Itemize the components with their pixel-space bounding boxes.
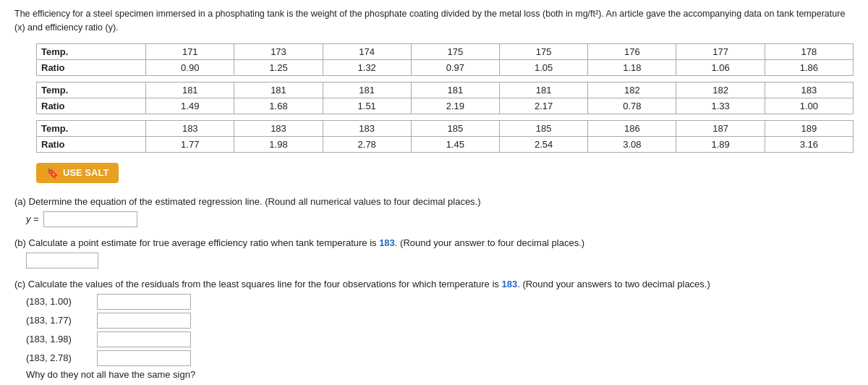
table2-ratio-label: Ratio — [37, 98, 146, 114]
table1-temp-8: 178 — [765, 43, 853, 59]
residual-label-3: (183, 1.98) — [26, 334, 91, 344]
use-salt-button[interactable]: 🔖 USE SALT — [36, 163, 119, 183]
table3-ratio-label: Ratio — [37, 136, 146, 152]
table2-ratio-2: 1.68 — [234, 98, 323, 114]
question-a-body: Determine the equation of the estimated … — [29, 196, 481, 207]
question-b-body: Calculate a point estimate for true aver… — [29, 237, 585, 248]
table3-temp-4: 185 — [411, 120, 499, 136]
table1-temp-1: 171 — [146, 43, 234, 59]
y-equals-label: y = — [26, 213, 39, 224]
residual-row-1: (183, 1.00) — [26, 294, 854, 310]
table2-ratio-8: 1.00 — [765, 98, 853, 114]
table3-temp-7: 187 — [676, 120, 765, 136]
table3-ratio-5: 2.54 — [500, 136, 588, 152]
table2-temp-6: 182 — [588, 82, 676, 98]
table1-temp-label: Temp. — [37, 43, 146, 59]
residual-input-1[interactable] — [97, 294, 191, 310]
table1: Temp. 171 173 174 175 175 176 177 178 Ra… — [36, 43, 854, 76]
table2-ratio-6: 0.78 — [588, 98, 676, 114]
table2-ratio-1: 1.49 — [146, 98, 234, 114]
table3-ratio-7: 1.89 — [676, 136, 765, 152]
question-a: (a) Determine the equation of the estima… — [14, 196, 854, 227]
residual-row-2: (183, 1.77) — [26, 313, 854, 329]
residual-label-1: (183, 1.00) — [26, 296, 91, 307]
question-c-label: (c) — [14, 279, 25, 289]
table3-ratio-3: 2.78 — [323, 136, 411, 152]
table1-ratio-label: Ratio — [37, 59, 146, 75]
table3-ratio-6: 3.08 — [588, 136, 676, 152]
point-estimate-input[interactable] — [26, 253, 98, 268]
regression-equation-input[interactable] — [43, 211, 137, 227]
table1-ratio-7: 1.06 — [676, 59, 765, 75]
question-b-text: (b) Calculate a point estimate for true … — [14, 237, 854, 248]
table3-temp-6: 186 — [588, 120, 676, 136]
table3-temp-8: 189 — [765, 120, 853, 136]
table1-temp-7: 177 — [676, 43, 765, 59]
salt-icon: 🔖 — [46, 167, 59, 179]
question-c-text: (c) Calculate the values of the residual… — [14, 279, 854, 289]
table1-ratio-4: 0.97 — [411, 59, 499, 75]
question-b-label: (b) — [14, 237, 26, 248]
table3-ratio-1: 1.77 — [146, 136, 234, 152]
table2-ratio-5: 2.17 — [500, 98, 588, 114]
table2-ratio-7: 1.33 — [676, 98, 765, 114]
question-c-body: Calculate the values of the residuals fr… — [28, 279, 710, 289]
table1-ratio-3: 1.32 — [323, 59, 411, 75]
table1-ratio-8: 1.86 — [765, 59, 853, 75]
table3-temp-3: 183 — [323, 120, 411, 136]
table2-ratio-4: 2.19 — [411, 98, 499, 114]
residual-row-3: (183, 1.98) — [26, 331, 854, 347]
table2-temp-label: Temp. — [37, 82, 146, 98]
table1-temp-4: 175 — [411, 43, 499, 59]
residual-input-4[interactable] — [97, 350, 191, 366]
table1-ratio-2: 1.25 — [234, 59, 323, 75]
table2-ratio-3: 1.51 — [323, 98, 411, 114]
table1-ratio-6: 1.18 — [588, 59, 676, 75]
question-a-label: (a) — [14, 196, 26, 207]
question-a-input-row: y = — [26, 211, 854, 227]
table3-temp-1: 183 — [146, 120, 234, 136]
question-a-text: (a) Determine the equation of the estima… — [14, 196, 854, 207]
table2-temp-2: 181 — [234, 82, 323, 98]
table1-temp-3: 174 — [323, 43, 411, 59]
table1-temp-2: 173 — [234, 43, 323, 59]
why-same-sign-text: Why do they not all have the same sign? — [26, 369, 854, 380]
table2-temp-4: 181 — [411, 82, 499, 98]
table3-ratio-2: 1.98 — [234, 136, 323, 152]
b-highlight: 183 — [379, 237, 395, 248]
table2-temp-1: 181 — [146, 82, 234, 98]
table2: Temp. 181 181 181 181 181 182 182 183 Ra… — [36, 82, 854, 114]
table2-temp-8: 183 — [765, 82, 853, 98]
residual-label-4: (183, 2.78) — [26, 352, 91, 363]
table2-temp-3: 181 — [323, 82, 411, 98]
question-c: (c) Calculate the values of the residual… — [14, 279, 854, 386]
table1-ratio-1: 0.90 — [146, 59, 234, 75]
table3-temp-label: Temp. — [37, 120, 146, 136]
c-highlight: 183 — [501, 279, 517, 289]
table1-ratio-5: 1.05 — [500, 59, 588, 75]
residual-input-3[interactable] — [97, 331, 191, 347]
table1-temp-6: 176 — [588, 43, 676, 59]
use-salt-label: USE SALT — [63, 167, 109, 178]
table3-temp-5: 185 — [500, 120, 588, 136]
intro-text: The efficiency for a steel specimen imme… — [14, 7, 854, 35]
table3-temp-2: 183 — [234, 120, 323, 136]
residual-row-4: (183, 2.78) — [26, 350, 854, 366]
table3-ratio-4: 1.45 — [411, 136, 499, 152]
residual-input-2[interactable] — [97, 313, 191, 329]
data-tables: Temp. 171 173 174 175 175 176 177 178 Ra… — [36, 43, 854, 153]
table2-temp-7: 182 — [676, 82, 765, 98]
residual-label-2: (183, 1.77) — [26, 315, 91, 326]
question-b-input-row — [26, 253, 854, 268]
question-b: (b) Calculate a point estimate for true … — [14, 237, 854, 268]
table3: Temp. 183 183 183 185 185 186 187 189 Ra… — [36, 120, 854, 153]
table1-temp-5: 175 — [500, 43, 588, 59]
table2-temp-5: 181 — [500, 82, 588, 98]
table3-ratio-8: 3.16 — [765, 136, 853, 152]
